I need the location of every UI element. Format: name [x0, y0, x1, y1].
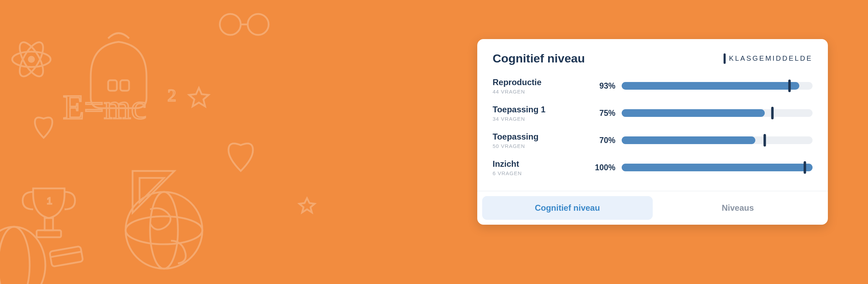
- bar-wrap: [622, 164, 813, 171]
- bar-wrap: [622, 109, 813, 117]
- class-average-marker-icon: [771, 107, 774, 119]
- svg-rect-16: [50, 246, 83, 267]
- tab-cognitief-niveau[interactable]: Cognitief niveau: [482, 196, 653, 220]
- svg-point-14: [126, 216, 202, 244]
- svg-rect-10: [45, 218, 53, 230]
- row-percent: 75%: [590, 109, 622, 118]
- bar-fill: [622, 164, 813, 171]
- row-percent: 93%: [590, 81, 622, 91]
- svg-point-19: [0, 227, 30, 284]
- svg-point-6: [220, 14, 241, 35]
- row-label: Toepassing 50 VRAGEN: [493, 132, 590, 149]
- row-percent: 70%: [590, 136, 622, 145]
- row-label: Inzicht 6 VRAGEN: [493, 159, 590, 176]
- row-label: Toepassing 1 34 VRAGEN: [493, 104, 590, 122]
- svg-point-3: [15, 39, 47, 80]
- bar-wrap: [622, 82, 813, 90]
- row-sub: 50 VRAGEN: [493, 143, 590, 149]
- legend-marker-icon: [724, 53, 726, 64]
- svg-point-2: [15, 39, 47, 80]
- row-name: Inzicht: [493, 159, 590, 169]
- row-reproductie: Reproductie 44 VRAGEN 93%: [493, 72, 813, 99]
- svg-point-7: [248, 14, 269, 35]
- bar-fill: [622, 136, 755, 144]
- svg-text:E=mc: E=mc: [63, 88, 147, 126]
- bar-fill: [622, 109, 765, 117]
- row-toepassing-1: Toepassing 1 34 VRAGEN 75%: [493, 99, 813, 127]
- svg-point-18: [0, 227, 45, 284]
- svg-text:1: 1: [47, 195, 52, 206]
- svg-point-0: [28, 56, 35, 63]
- row-sub: 34 VRAGEN: [493, 116, 590, 122]
- svg-point-13: [126, 192, 202, 269]
- card-header: Cognitief niveau KLASGEMIDDELDE: [477, 39, 828, 72]
- svg-point-15: [150, 192, 178, 269]
- class-average-marker-icon: [804, 161, 806, 174]
- svg-text:2: 2: [167, 85, 176, 105]
- row-label: Reproductie 44 VRAGEN: [493, 77, 590, 95]
- class-average-marker-icon: [788, 80, 791, 92]
- svg-line-17: [51, 252, 82, 257]
- rows-container: Reproductie 44 VRAGEN 93% Toepassing 1 3…: [477, 72, 828, 191]
- tabs: Cognitief niveau Niveaus: [477, 191, 828, 225]
- row-name: Reproductie: [493, 77, 590, 88]
- svg-point-1: [12, 52, 51, 67]
- decorative-doodles: E=mc 2 1: [0, 0, 349, 284]
- svg-rect-11: [37, 230, 61, 237]
- row-toepassing: Toepassing 50 VRAGEN 70%: [493, 127, 813, 154]
- legend-class-average: KLASGEMIDDELDE: [724, 53, 813, 64]
- legend-label: KLASGEMIDDELDE: [729, 54, 813, 62]
- class-average-marker-icon: [764, 134, 766, 147]
- bar-wrap: [622, 136, 813, 144]
- row-name: Toepassing: [493, 132, 590, 142]
- row-name: Toepassing 1: [493, 104, 590, 115]
- svg-rect-5: [120, 80, 129, 91]
- row-inzicht: Inzicht 6 VRAGEN 100%: [493, 154, 813, 181]
- row-sub: 44 VRAGEN: [493, 89, 590, 95]
- svg-rect-4: [108, 80, 117, 91]
- row-percent: 100%: [590, 163, 622, 172]
- cognitive-level-card: Cognitief niveau KLASGEMIDDELDE Reproduc…: [477, 39, 828, 225]
- bar-fill: [622, 82, 799, 90]
- row-sub: 6 VRAGEN: [493, 170, 590, 176]
- tab-niveaus[interactable]: Niveaus: [653, 196, 823, 220]
- card-title: Cognitief niveau: [493, 52, 585, 65]
